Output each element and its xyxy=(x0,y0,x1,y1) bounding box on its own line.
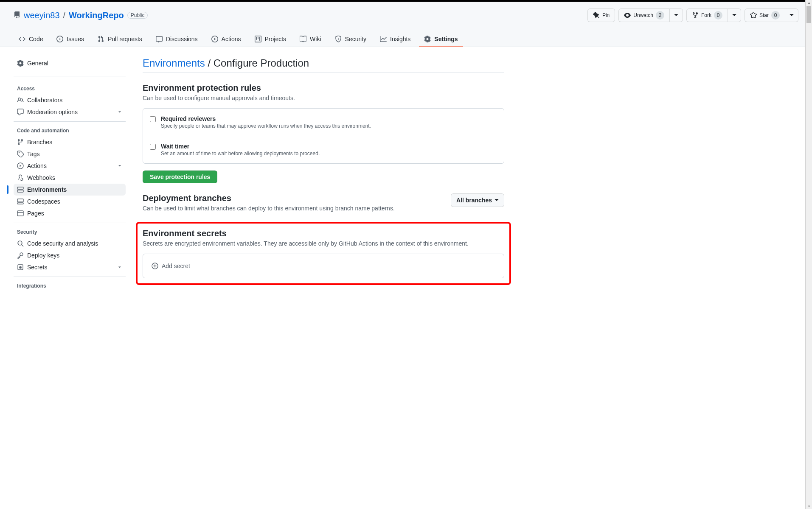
svg-rect-7 xyxy=(17,203,23,204)
sidebar-item-general[interactable]: General xyxy=(14,57,126,69)
tab-pulls[interactable]: Pull requests xyxy=(93,32,147,47)
pin-icon xyxy=(593,12,600,19)
deployment-desc: Can be used to limit what branches can d… xyxy=(143,205,395,212)
add-secret-button[interactable]: Add secret xyxy=(143,254,504,278)
svg-rect-5 xyxy=(17,190,23,192)
tab-issues[interactable]: Issues xyxy=(51,32,89,47)
all-branches-dropdown[interactable]: All branches xyxy=(451,193,504,207)
repo-name-link[interactable]: WorkingRepo xyxy=(69,11,124,20)
people-icon xyxy=(17,97,24,103)
repo-header: weeyin83 / WorkingRepo Public Pin Unwatc… xyxy=(0,2,812,47)
svg-point-2 xyxy=(19,152,20,153)
play-icon xyxy=(17,162,24,169)
tab-wiki[interactable]: Wiki xyxy=(295,32,326,47)
slash: / xyxy=(63,11,66,20)
plus-circle-icon xyxy=(152,263,158,269)
tab-code[interactable]: Code xyxy=(14,32,48,47)
code-icon xyxy=(19,36,25,42)
unwatch-button[interactable]: Unwatch 2 xyxy=(618,8,670,22)
required-reviewers-label: Required reviewers xyxy=(161,115,497,122)
tag-icon xyxy=(17,151,24,157)
comment-icon xyxy=(17,109,24,115)
sidebar-item-actions[interactable]: Actions xyxy=(14,160,126,172)
secret-icon xyxy=(17,264,24,271)
graph-icon xyxy=(380,36,387,42)
required-reviewers-row: Required reviewers Specify people or tea… xyxy=(143,109,504,136)
star-button[interactable]: Star 0 xyxy=(745,8,785,22)
chevron-down-icon xyxy=(117,265,122,270)
sidebar-item-secrets[interactable]: Secrets xyxy=(14,261,126,273)
webhook-icon xyxy=(17,174,24,181)
star-icon xyxy=(750,12,757,19)
sidebar-item-moderation[interactable]: Moderation options xyxy=(14,106,126,118)
repo-icon xyxy=(14,11,20,20)
wait-timer-checkbox[interactable] xyxy=(150,144,156,150)
tab-actions[interactable]: Actions xyxy=(206,32,246,47)
chevron-down-icon xyxy=(117,109,122,115)
secrets-title: Environment secrets xyxy=(143,229,504,238)
fork-dropdown[interactable] xyxy=(728,8,741,22)
repo-nav: Code Issues Pull requests Discussions Ac… xyxy=(14,32,798,47)
tab-settings[interactable]: Settings xyxy=(419,32,463,47)
tab-security[interactable]: Security xyxy=(330,32,372,47)
repo-owner-link[interactable]: weeyin83 xyxy=(24,11,60,20)
breadcrumb-environments-link[interactable]: Environments xyxy=(143,57,205,69)
wiki-icon xyxy=(300,36,306,42)
highlight-annotation: Environment secrets Secrets are encrypte… xyxy=(136,222,511,285)
svg-point-12 xyxy=(20,253,23,256)
pin-button[interactable]: Pin xyxy=(587,8,615,22)
eye-icon xyxy=(624,12,631,19)
page-title: Environments / Configure Production xyxy=(143,57,504,73)
browser-icon xyxy=(17,210,24,217)
sidebar-heading-integrations: Integrations xyxy=(14,280,126,291)
scrollbar-thumb[interactable] xyxy=(806,6,811,23)
star-dropdown[interactable] xyxy=(785,8,798,22)
sidebar-item-deploy-keys[interactable]: Deploy keys xyxy=(14,249,126,261)
svg-line-11 xyxy=(22,245,23,246)
protection-title: Environment protection rules xyxy=(143,83,504,93)
sidebar-item-environments[interactable]: Environments xyxy=(14,184,126,196)
caret-down-icon xyxy=(732,14,736,17)
sidebar-heading-access: Access xyxy=(14,83,126,94)
sidebar-item-branches[interactable]: Branches xyxy=(14,136,126,148)
sidebar-item-code-security[interactable]: Code security and analysis xyxy=(14,238,126,249)
main-content: Environments / Configure Production Envi… xyxy=(132,57,514,291)
wait-timer-desc: Set an amount of time to wait before all… xyxy=(161,151,497,157)
deployment-section: Deployment branches Can be used to limit… xyxy=(143,193,504,212)
sidebar-heading-security: Security xyxy=(14,227,126,238)
wait-timer-row: Wait timer Set an amount of time to wait… xyxy=(143,136,504,163)
visibility-badge: Public xyxy=(127,12,148,19)
sidebar-heading-automation: Code and automation xyxy=(14,125,126,136)
deployment-title: Deployment branches xyxy=(143,193,395,203)
sidebar-item-collaborators[interactable]: Collaborators xyxy=(14,94,126,106)
caret-down-icon xyxy=(495,199,499,201)
shield-icon xyxy=(335,36,342,42)
code-scan-icon xyxy=(17,240,24,247)
fork-button[interactable]: Fork 0 xyxy=(686,8,728,22)
sidebar-item-pages[interactable]: Pages xyxy=(14,207,126,219)
tab-projects[interactable]: Projects xyxy=(250,32,292,47)
save-protection-button[interactable]: Save protection rules xyxy=(143,171,217,183)
tab-insights[interactable]: Insights xyxy=(375,32,416,47)
secrets-section: Environment secrets Secrets are encrypte… xyxy=(143,229,504,278)
sidebar-item-tags[interactable]: Tags xyxy=(14,148,126,160)
scroll-up-arrow[interactable]: ▴ xyxy=(806,1,812,5)
pull-request-icon xyxy=(98,36,104,42)
svg-rect-8 xyxy=(17,211,23,216)
projects-icon xyxy=(255,36,261,42)
required-reviewers-checkbox[interactable] xyxy=(150,116,156,122)
key-icon xyxy=(17,252,24,259)
discussions-icon xyxy=(156,36,163,42)
sidebar-item-codespaces[interactable]: Codespaces xyxy=(14,196,126,207)
issues-icon xyxy=(56,36,63,42)
svg-rect-6 xyxy=(17,199,23,202)
secrets-desc: Secrets are encrypted environment variab… xyxy=(143,240,504,247)
caret-down-icon xyxy=(790,14,794,17)
unwatch-dropdown[interactable] xyxy=(670,8,683,22)
sidebar-item-webhooks[interactable]: Webhooks xyxy=(14,172,126,184)
chevron-down-icon xyxy=(117,163,122,168)
gear-icon xyxy=(424,36,431,42)
tab-discussions[interactable]: Discussions xyxy=(151,32,203,47)
scrollbar[interactable]: ▴ ▾ xyxy=(805,0,812,302)
fork-icon xyxy=(692,12,699,19)
